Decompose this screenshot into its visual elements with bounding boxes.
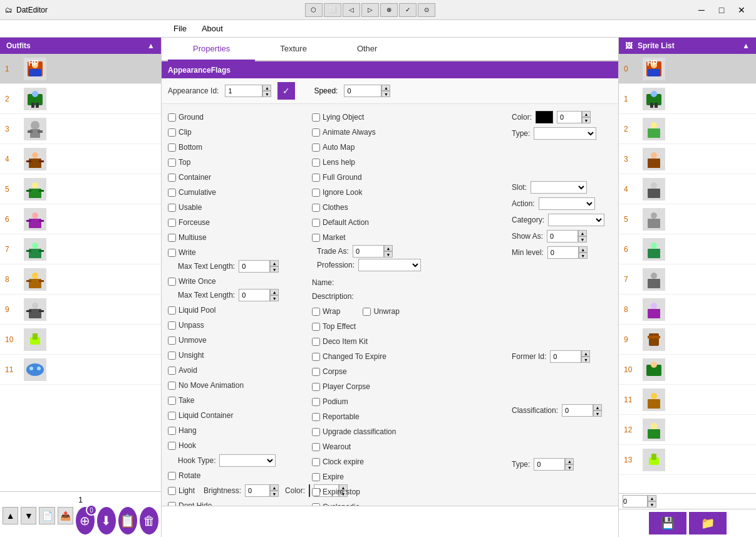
cb-expire-input[interactable] (312, 473, 320, 481)
checkbox-take-input[interactable] (168, 397, 176, 405)
light-color-swatch[interactable] (309, 484, 310, 497)
show-as-field[interactable] (547, 230, 578, 242)
checkbox-no-move-animation-input[interactable] (168, 382, 176, 390)
write-max-up[interactable]: ▲ (270, 260, 279, 266)
cyclopedia-type-input[interactable]: ▲ ▼ (534, 458, 574, 471)
checkbox-usable[interactable]: Usable (168, 203, 202, 212)
checkbox-write-once[interactable]: Write Once (168, 277, 216, 286)
close-button[interactable]: ✕ (732, 3, 751, 17)
speed-down[interactable]: ▼ (381, 91, 390, 97)
checkbox-rotate[interactable]: Rotate (168, 471, 200, 480)
checkbox-write-once-input[interactable] (168, 278, 176, 286)
checkbox-forceuse-input[interactable] (168, 219, 176, 227)
show-as-down[interactable]: ▼ (578, 236, 587, 242)
sprite-item[interactable]: 13 (619, 445, 756, 475)
write-max-field[interactable] (239, 260, 270, 273)
write-once-max-down[interactable]: ▼ (270, 295, 279, 301)
trade-as-down[interactable]: ▼ (384, 251, 393, 258)
min-level-down[interactable]: ▼ (579, 253, 588, 259)
sprite-item[interactable]: 2 (619, 114, 756, 144)
sprite-item[interactable]: 7 (619, 264, 756, 295)
minimize-button[interactable]: ─ (692, 3, 711, 17)
appearance-id-field[interactable] (225, 85, 262, 97)
brightness-down[interactable]: ▼ (270, 491, 279, 497)
outfit-item[interactable]: 11 (0, 355, 161, 385)
outfits-scroll-up[interactable]: ▲ (147, 41, 155, 50)
checkbox-take[interactable]: Take (168, 396, 194, 405)
sprite-item[interactable]: 8 (619, 295, 756, 325)
sprite-item[interactable]: 4 (619, 174, 756, 204)
checkbox-unmove[interactable]: Unmove (168, 336, 207, 345)
checkbox-unmove-input[interactable] (168, 336, 176, 345)
checkbox-bottom[interactable]: Bottom (168, 143, 202, 152)
cyclopedia-type-up[interactable]: ▲ (565, 458, 574, 464)
checkbox-ground[interactable]: Ground (168, 113, 204, 122)
sprite-item[interactable]: 1 (619, 84, 756, 114)
outfit-item[interactable]: 7 (0, 234, 161, 264)
sprite-load-btn[interactable]: 📁 (689, 512, 727, 534)
sprite-item[interactable]: 9 (619, 325, 756, 355)
former-id-down[interactable]: ▼ (581, 357, 590, 363)
cb-default-action-input[interactable] (312, 219, 320, 227)
write-max-input[interactable]: ▲ ▼ (239, 260, 279, 273)
cb-deco-item-kit-input[interactable] (312, 338, 320, 346)
classification-field[interactable] (562, 404, 593, 417)
checkbox-liquid-container[interactable]: Liquid Container (168, 411, 233, 420)
cb-wearout-input[interactable] (312, 443, 320, 451)
checkbox-hang[interactable]: Hang (168, 426, 197, 435)
brightness-field[interactable] (245, 484, 270, 497)
checkbox-dont-hide[interactable]: Dont Hide (168, 501, 212, 506)
outfits-export[interactable]: 📤 (58, 507, 73, 524)
checkbox-clip-input[interactable] (168, 128, 176, 137)
checkbox-hook-input[interactable] (168, 442, 176, 450)
slot-select[interactable] (531, 181, 587, 194)
checkbox-liquid-container-input[interactable] (168, 412, 176, 420)
checkbox-multiuse-input[interactable] (168, 234, 176, 242)
outfit-item[interactable]: 9 (0, 295, 161, 325)
outfit-item[interactable]: 4 (0, 144, 161, 174)
toolbar-btn-1[interactable]: ⬡ (305, 3, 323, 17)
outfit-item[interactable]: 1 HP (0, 54, 161, 84)
cb-clothes-input[interactable] (312, 204, 320, 212)
checkbox-bottom-input[interactable] (168, 143, 176, 152)
checkbox-light-input[interactable] (168, 487, 176, 495)
checkbox-top-input[interactable] (168, 159, 176, 167)
checkbox-unpass[interactable]: Unpass (168, 321, 204, 330)
sprite-scroll-up[interactable]: ▲ (742, 41, 750, 50)
classification-input[interactable]: ▲ ▼ (562, 404, 602, 417)
min-level-field[interactable] (547, 246, 579, 259)
checkbox-hang-input[interactable] (168, 427, 176, 435)
classification-up[interactable]: ▲ (593, 404, 602, 410)
tab-texture[interactable]: Texture (255, 38, 332, 61)
appearance-confirm-btn[interactable]: ✓ (277, 82, 295, 100)
sprite-item[interactable]: 10 (619, 355, 756, 385)
outfits-action-btn-1[interactable]: ⊕ 0 (76, 507, 95, 534)
outfit-item[interactable]: 8 (0, 264, 161, 295)
sprite-save-btn[interactable]: 💾 (649, 512, 686, 534)
cb-top-effect-input[interactable] (312, 323, 320, 331)
cb-auto-map-input[interactable] (312, 143, 320, 152)
cb-player-corpse-input[interactable] (312, 383, 320, 391)
outfits-nav-down[interactable]: ▼ (21, 507, 36, 524)
hook-type-select[interactable] (219, 454, 276, 467)
sprite-item[interactable]: 6 (619, 234, 756, 264)
sprite-item[interactable]: 11 (619, 385, 756, 415)
checkbox-write[interactable]: Write (168, 248, 196, 257)
checkbox-avoid[interactable]: Avoid (168, 366, 197, 375)
checkbox-rotate-input[interactable] (168, 472, 176, 480)
checkbox-usable-input[interactable] (168, 204, 176, 212)
appearance-id-down[interactable]: ▼ (262, 91, 271, 97)
cb-corpse-input[interactable] (312, 368, 320, 376)
outfit-item[interactable]: 5 (0, 174, 161, 204)
checkbox-container-input[interactable] (168, 174, 176, 182)
cb-clock-expire-input[interactable] (312, 458, 320, 466)
appearance-id-input[interactable]: ▲ ▼ (225, 85, 271, 97)
speed-input[interactable]: ▲ ▼ (344, 85, 390, 97)
color-down[interactable]: ▼ (582, 117, 591, 123)
checkbox-unsight-input[interactable] (168, 352, 176, 360)
cb-lens-help-input[interactable] (312, 159, 320, 167)
write-once-max-input[interactable]: ▲ ▼ (239, 289, 279, 301)
cb-changed-to-expire-input[interactable] (312, 353, 320, 361)
checkbox-clip[interactable]: Clip (168, 128, 192, 137)
toolbar-btn-2[interactable]: ⬜ (324, 3, 341, 17)
